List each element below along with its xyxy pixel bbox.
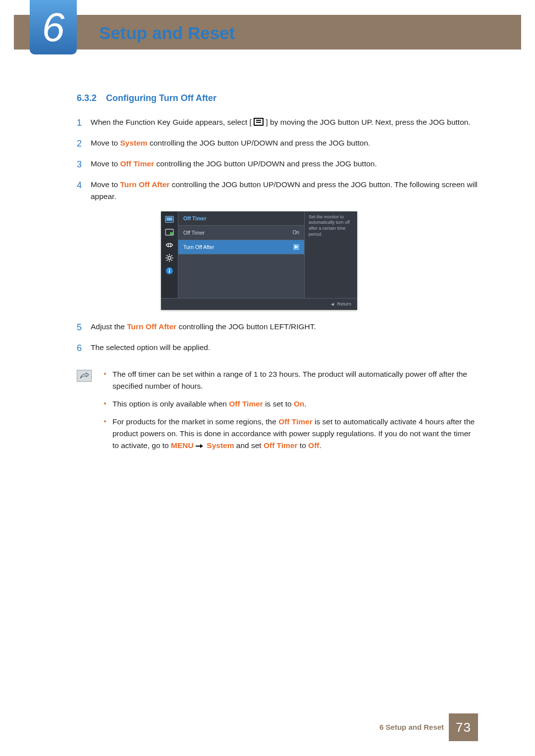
osd-row-off-timer: Off Timer On (178, 226, 304, 240)
osd-screenshot: Off Timer Off Timer On Turn Off After ▶ … (161, 211, 357, 310)
note-block: The off timer can be set within a range … (77, 368, 478, 457)
page-footer: 6 Setup and Reset 73 (77, 713, 478, 741)
svg-rect-15 (169, 270, 170, 273)
section-number: 6.3.2 (77, 93, 97, 103)
chapter-badge: 6 (30, 0, 77, 54)
note-icon (77, 370, 92, 382)
osd-panel-title: Off Timer (178, 211, 304, 226)
gear-icon (164, 254, 174, 262)
chapter-number: 6 (42, 7, 65, 48)
step-4: 4 Move to Turn Off After controlling the… (77, 179, 478, 202)
section-heading: 6.3.2 Configuring Turn Off After (77, 92, 478, 105)
footer-chapter: 6 Setup and Reset (379, 721, 444, 733)
osd-footer: ◀ Return (161, 298, 357, 310)
steps-list-cont: 5 Adjust the Turn Off After controlling … (77, 321, 478, 355)
svg-line-11 (171, 259, 172, 260)
step-3: 3 Move to Off Timer controlling the JOG … (77, 158, 478, 172)
note-list: The off timer can be set within a range … (103, 368, 478, 457)
svg-line-13 (166, 259, 167, 260)
note-item-3: For products for the market in some regi… (103, 416, 478, 452)
svg-rect-3 (170, 232, 173, 235)
arrow-right-icon (196, 444, 205, 449)
svg-line-12 (171, 255, 172, 256)
svg-rect-1 (166, 217, 172, 221)
steps-list: 1 When the Function Key Guide appears, s… (77, 116, 478, 202)
osd-row-turn-off-after: Turn Off After ▶ (178, 240, 304, 254)
menu-icon (254, 118, 264, 126)
step-6: 6 The selected option will be applied. (77, 342, 478, 355)
note-item-2: This option is only available when Off T… (103, 398, 478, 410)
chapter-title: Setup and Reset (99, 20, 235, 47)
svg-point-5 (168, 256, 171, 259)
osd-list: Off Timer Off Timer On Turn Off After ▶ (178, 211, 304, 299)
step-5: 5 Adjust the Turn Off After controlling … (77, 321, 478, 335)
picture-icon (164, 215, 174, 223)
header-bar (14, 15, 521, 50)
svg-rect-4 (168, 244, 170, 247)
svg-rect-16 (169, 268, 170, 269)
step-2: 2 Move to System controlling the JOG but… (77, 137, 478, 151)
section-title: Configuring Turn Off After (106, 93, 216, 103)
back-triangle-icon: ◀ (331, 302, 334, 307)
osd-help-text: Set the monitor to automatically turn of… (304, 211, 357, 299)
note-item-1: The off timer can be set within a range … (103, 368, 478, 392)
display-size-icon (164, 241, 174, 249)
step-1: 1 When the Function Key Guide appears, s… (77, 116, 478, 130)
page-content: 6.3.2 Configuring Turn Off After 1 When … (77, 92, 478, 457)
chevron-right-icon: ▶ (293, 244, 299, 250)
page-number: 73 (449, 713, 478, 741)
info-icon (164, 267, 174, 275)
osd-sidebar (161, 211, 178, 299)
pip-icon (164, 228, 174, 236)
svg-line-10 (166, 255, 167, 256)
